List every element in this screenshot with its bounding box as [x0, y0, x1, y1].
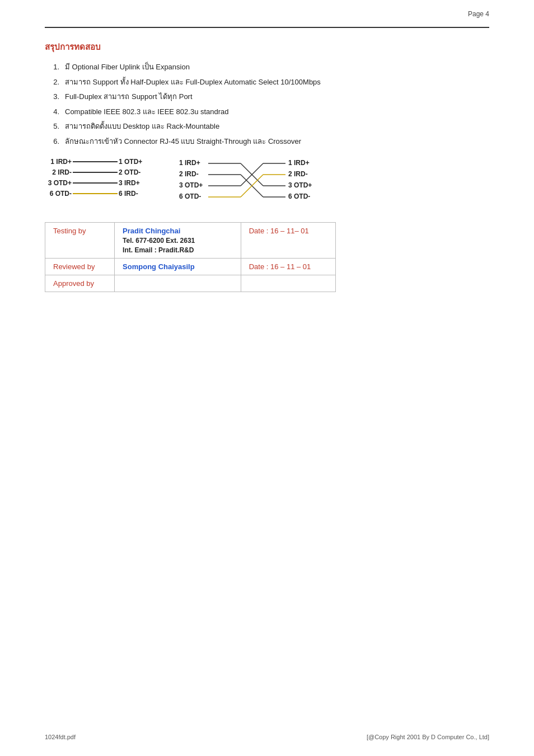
approved-by-row: Approved by [45, 275, 336, 292]
wire-label-right: 3 IRD+ [119, 179, 146, 187]
tester-email: Int. Email : Pradit.R&D [123, 246, 233, 254]
testing-by-date: Date : 16 – 11– 01 [241, 223, 335, 259]
item-text: Full-Duplex สามารถ Support ได้ทุก Port [65, 91, 489, 102]
reviewed-by-date: Date : 16 – 11 – 01 [241, 259, 335, 275]
crossover-svg: 1 IRD+ 2 IRD- 3 OTD+ 6 OTD- [179, 158, 313, 208]
svg-text:6 OTD-: 6 OTD- [179, 192, 201, 200]
wire-line [73, 161, 118, 162]
approved-by-date [241, 275, 335, 292]
straight-through-diagram: 1 IRD+ 1 OTD+ 2 IRD- 2 OTD- 3 OTD+ 3 IRD… [45, 158, 146, 200]
crossover-diagram: 1 IRD+ 2 IRD- 3 OTD+ 6 OTD- [179, 158, 313, 210]
svg-text:1 IRD+: 1 IRD+ [179, 159, 200, 167]
approved-by-label: Approved by [45, 275, 115, 292]
wire-label-left: 1 IRD+ [45, 158, 72, 166]
wire-label-left: 6 OTD- [45, 190, 72, 198]
list-item: 2. สามารถ Support ทั้ง Half-Duplex และ F… [45, 77, 489, 88]
wire-label-right: 6 IRD- [119, 190, 146, 198]
item-text: สามารถ Support ทั้ง Half-Duplex และ Full… [65, 77, 489, 88]
wire-label-right: 1 OTD+ [119, 158, 146, 166]
wire-label-left: 3 OTD+ [45, 179, 72, 187]
svg-text:3 OTD+: 3 OTD+ [179, 181, 203, 189]
section-title: สรุปการทดสอบ [45, 40, 489, 54]
page: Page 4 สรุปการทดสอบ 1. มี Optional Fiber… [0, 0, 534, 756]
page-number: Page 4 [468, 10, 489, 18]
list-item: 1. มี Optional Fiber Uplink เป็น Expansi… [45, 62, 489, 73]
list-item: 5. สามารถติดตั้งแบบ Desktop และ Rack-Mou… [45, 121, 489, 132]
wire-row: 2 IRD- 2 OTD- [45, 168, 146, 176]
item-number: 2. [45, 77, 65, 88]
wire-line [73, 182, 118, 184]
reviewer-name: Sompong Chaiyasilp [123, 262, 195, 271]
list-item: 6. ลักษณะการเข้าหัว Connector RJ-45 แบบ … [45, 136, 489, 147]
wire-line [73, 193, 118, 194]
wire-label-left: 2 IRD- [45, 168, 72, 176]
list-item: 4. Compatible IEEE 802.3 และ IEEE 802.3u… [45, 106, 489, 118]
testing-by-row: Testing by Pradit Chingchai Tel. 677-620… [45, 223, 336, 259]
footer-copyright: [@Copy Right 2001 By D Computer Co., Ltd… [367, 734, 489, 740]
wire-row: 3 OTD+ 3 IRD+ [45, 179, 146, 187]
svg-text:1 IRD+: 1 IRD+ [288, 159, 310, 167]
testing-by-label: Testing by [45, 223, 115, 259]
summary-list: 1. มี Optional Fiber Uplink เป็น Expansi… [45, 62, 489, 147]
svg-text:6 OTD-: 6 OTD- [288, 192, 310, 200]
signature-table: Testing by Pradit Chingchai Tel. 677-620… [45, 222, 336, 292]
item-number: 4. [45, 106, 65, 118]
testing-by-name: Pradit Chingchai Tel. 677-6200 Ext. 2631… [115, 223, 241, 259]
item-number: 6. [45, 136, 65, 147]
item-number: 1. [45, 62, 65, 73]
reviewed-by-name: Sompong Chaiyasilp [115, 259, 241, 275]
tester-phone: Tel. 677-6200 Ext. 2631 [123, 237, 233, 245]
wire-row: 6 OTD- 6 IRD- [45, 190, 146, 198]
item-number: 3. [45, 91, 65, 102]
item-text: ลักษณะการเข้าหัว Connector RJ-45 แบบ Str… [65, 136, 489, 147]
wiring-diagram: 1 IRD+ 1 OTD+ 2 IRD- 2 OTD- 3 OTD+ 3 IRD… [45, 158, 489, 210]
item-text: มี Optional Fiber Uplink เป็น Expansion [65, 62, 489, 73]
footer: 1024fdt.pdf [@Copy Right 2001 By D Compu… [45, 734, 489, 740]
reviewed-by-row: Reviewed by Sompong Chaiyasilp Date : 16… [45, 259, 336, 275]
reviewed-by-label: Reviewed by [45, 259, 115, 275]
item-number: 5. [45, 121, 65, 132]
wire-label-right: 2 OTD- [119, 168, 146, 176]
svg-text:2 IRD-: 2 IRD- [179, 170, 199, 178]
tester-name: Pradit Chingchai [123, 227, 180, 235]
approved-by-name [115, 275, 241, 292]
wire-line [73, 172, 118, 173]
footer-filename: 1024fdt.pdf [45, 734, 76, 740]
item-text: สามารถติดตั้งแบบ Desktop และ Rack-Mounta… [65, 121, 489, 132]
list-item: 3. Full-Duplex สามารถ Support ได้ทุก Por… [45, 91, 489, 102]
svg-text:2 IRD-: 2 IRD- [288, 170, 308, 178]
wire-row: 1 IRD+ 1 OTD+ [45, 158, 146, 166]
top-divider [45, 27, 489, 28]
item-text: Compatible IEEE 802.3 และ IEEE 802.3u st… [65, 106, 489, 118]
svg-text:3 OTD+: 3 OTD+ [288, 181, 312, 189]
